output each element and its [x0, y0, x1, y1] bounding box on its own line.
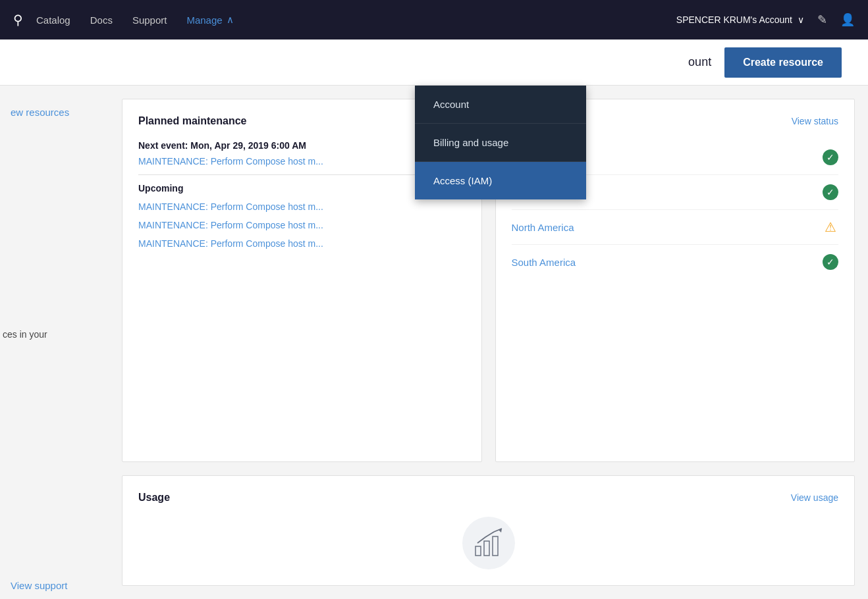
usage-row: Usage View usage — [122, 475, 855, 586]
nav-catalog[interactable]: Catalog — [36, 14, 70, 26]
top-navigation: ⚲ Catalog Docs Support Manage ∧ SPENCER … — [0, 0, 868, 39]
subheader: ount Create resource — [0, 39, 868, 86]
status-ok-icon-south-america: ✓ — [823, 254, 838, 270]
usage-card: Usage View usage — [122, 475, 855, 586]
left-sidebar: ew resources View support — [0, 86, 109, 599]
user-icon[interactable]: 👤 — [840, 13, 855, 27]
region-north-america[interactable]: North America — [512, 222, 574, 233]
sidebar-item-new-resources[interactable]: ew resources — [0, 99, 109, 126]
nav-manage[interactable]: Manage ∧ — [186, 14, 233, 26]
view-usage-link[interactable]: View usage — [791, 492, 838, 503]
sidebar-item-view-support[interactable]: View support — [0, 572, 109, 599]
dropdown-item-billing[interactable]: Billing and usage — [415, 124, 586, 162]
svg-rect-0 — [475, 546, 481, 556]
maintenance-link-2[interactable]: MAINTENANCE: Perform Compose host m... — [138, 201, 466, 212]
account-menu[interactable]: SPENCER KRUM's Account ∨ — [676, 14, 804, 25]
partial-text-ces-in-your: ces in your — [0, 329, 47, 340]
account-name: SPENCER KRUM's Account — [676, 14, 792, 25]
create-resource-button[interactable]: Create resource — [724, 47, 842, 78]
maintenance-link-3[interactable]: MAINTENANCE: Perform Compose host m... — [138, 220, 466, 230]
subheader-account-text: ount — [688, 55, 711, 69]
usage-card-title: Usage — [138, 492, 170, 504]
usage-chart-icon — [462, 517, 515, 569]
search-icon[interactable]: ⚲ — [13, 12, 23, 28]
svg-rect-2 — [493, 536, 498, 556]
region-row-south-america: South America ✓ — [512, 245, 839, 279]
topnav-action-icons: ✎ 👤 — [817, 13, 855, 27]
region-row-north-america: North America ⚠ — [512, 210, 839, 245]
dropdown-item-iam[interactable]: Access (IAM) — [415, 162, 586, 199]
planned-maintenance-title: Planned maintenance — [138, 115, 247, 127]
edit-icon[interactable]: ✎ — [817, 13, 827, 27]
manage-dropdown-menu: Account Billing and usage Access (IAM) — [415, 86, 586, 199]
view-status-link[interactable]: View status — [792, 116, 838, 126]
account-chevron-icon: ∨ — [798, 14, 804, 25]
status-ok-icon-asia: ✓ — [823, 149, 838, 165]
dropdown-item-account[interactable]: Account — [415, 86, 586, 124]
nav-docs[interactable]: Docs — [90, 14, 113, 26]
usage-card-header: Usage View usage — [138, 492, 838, 504]
status-ok-icon-europe: ✓ — [823, 184, 838, 200]
region-south-america[interactable]: South America — [512, 257, 576, 268]
maintenance-link-4[interactable]: MAINTENANCE: Perform Compose host m... — [138, 238, 466, 249]
nav-links: Catalog Docs Support Manage ∧ — [36, 14, 234, 26]
status-warn-icon-north-america: ⚠ — [823, 219, 838, 235]
nav-support[interactable]: Support — [132, 14, 167, 26]
svg-rect-1 — [484, 541, 489, 556]
manage-chevron-icon: ∧ — [227, 14, 234, 26]
manage-label: Manage — [186, 14, 222, 26]
